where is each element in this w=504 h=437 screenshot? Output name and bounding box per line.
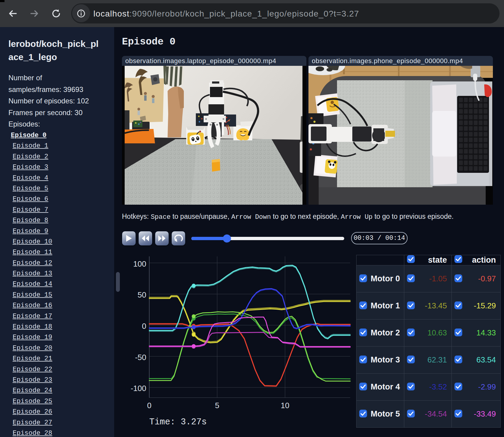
- svg-text:50: 50: [138, 290, 146, 299]
- svg-text:0: 0: [142, 322, 146, 331]
- svg-text:5: 5: [215, 401, 219, 410]
- svg-text:100: 100: [133, 259, 146, 268]
- svg-text:10: 10: [281, 401, 290, 410]
- svg-text:0: 0: [147, 401, 151, 410]
- svg-text:-100: -100: [131, 384, 146, 393]
- svg-text:-50: -50: [135, 353, 146, 362]
